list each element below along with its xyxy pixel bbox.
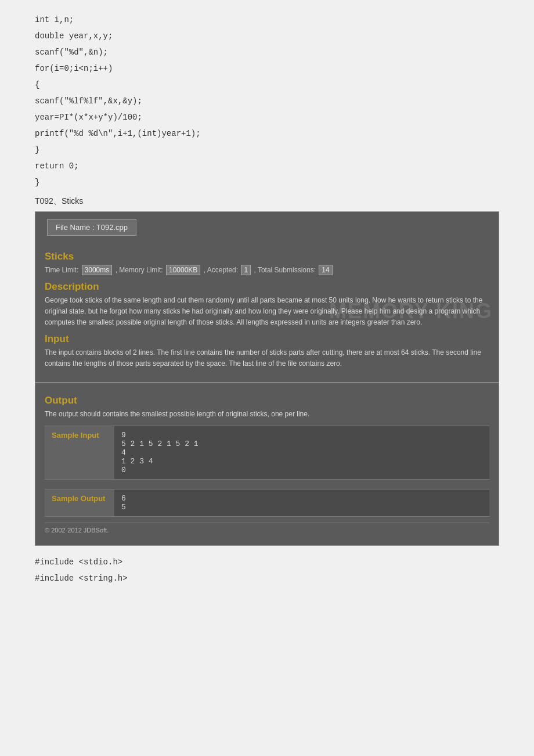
memory-limit-value: 10000KB — [166, 265, 200, 275]
code-line-8: printf("%d %d\n",i+1,(int)year+1); — [35, 125, 499, 142]
code-line-2: double year,x,y; — [35, 28, 499, 44]
bottom-code-line-1: #include <stdio.h> — [35, 554, 499, 570]
code-line-4: for(i=0;i<n;i++) — [35, 60, 499, 77]
problem-content: MEMORY KING Sticks Time Limit: 3000ms , … — [35, 240, 499, 382]
code-line-1: int i,n; — [35, 12, 499, 28]
sample-output-value: 65 — [114, 489, 489, 517]
output-text: The output should contains the smallest … — [45, 409, 489, 420]
code-line-6: scanf("%lf%lf",&x,&y); — [35, 93, 499, 109]
bottom-code-line-2: #include <string.h> — [35, 570, 499, 586]
sample-output-label: Sample Output — [45, 489, 114, 517]
input-text: The input contains blocks of 2 lines. Th… — [45, 347, 489, 369]
sample-input-value: 95 2 1 5 2 1 5 2 141 2 3 40 — [114, 426, 489, 480]
memory-limit-label: Memory Limit: — [119, 266, 163, 274]
sample-output-row: Sample Output 65 — [45, 489, 489, 517]
problem-title: Sticks — [45, 251, 489, 262]
submissions-value: 14 — [319, 265, 332, 275]
top-code-block: int i,n; double year,x,y; scanf("%d",&n)… — [35, 12, 499, 190]
code-line-5: { — [35, 77, 499, 93]
output-title: Output — [45, 395, 489, 406]
submissions-label: Total Submissions: — [258, 266, 316, 274]
sample-input-label: Sample Input — [45, 426, 114, 480]
sample-input-row: Sample Input 95 2 1 5 2 1 5 2 141 2 3 40 — [45, 426, 489, 480]
code-line-11: } — [35, 174, 499, 190]
accepted-label: Accepted: — [207, 266, 238, 274]
code-line-7: year=PI*(x*x+y*y)/100; — [35, 109, 499, 125]
description-title: Description — [45, 281, 489, 293]
problem-box: File Name : T092.cpp MEMORY KING Sticks … — [35, 211, 499, 383]
time-limit-value: 3000ms — [82, 265, 113, 275]
code-line-9: } — [35, 142, 499, 158]
bottom-code-block: #include <stdio.h> #include <string.h> — [35, 554, 499, 586]
footer-text: © 2002-2012 JDBSoft. — [45, 523, 489, 536]
code-line-10: return 0; — [35, 158, 499, 174]
code-line-3: scanf("%d",&n); — [35, 44, 499, 60]
accepted-value: 1 — [241, 265, 251, 275]
file-name-bar: File Name : T092.cpp — [47, 219, 136, 236]
problem-label: T092、Sticks — [35, 196, 499, 207]
input-title: Input — [45, 333, 489, 345]
io-table: Sample Input 95 2 1 5 2 1 5 2 141 2 3 40… — [45, 426, 489, 517]
output-box: Output The output should contains the sm… — [35, 383, 499, 546]
problem-meta: Time Limit: 3000ms , Memory Limit: 10000… — [45, 265, 489, 275]
time-limit-label: Time Limit: — [45, 266, 78, 274]
description-text: George took sticks of the same length an… — [45, 295, 489, 329]
spacer-row — [45, 480, 489, 489]
